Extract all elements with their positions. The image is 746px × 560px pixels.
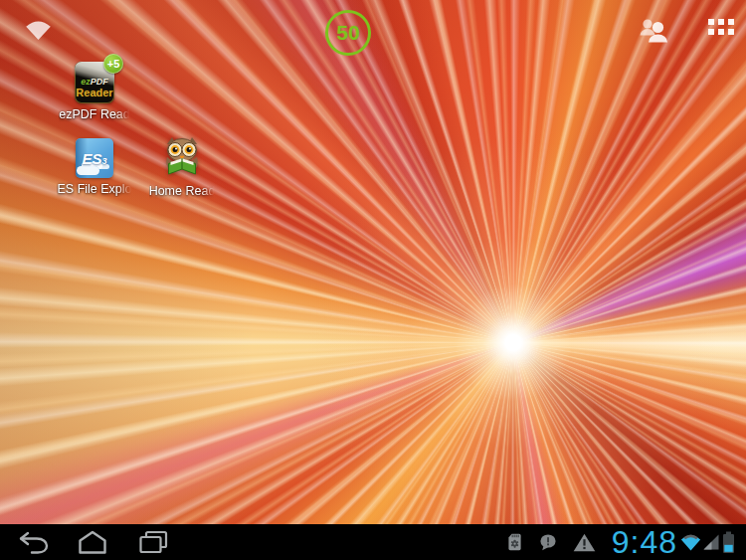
status-tray[interactable]: 9:48 bbox=[507, 524, 735, 560]
app-es-file-explorer[interactable]: ES3 ES File Explo bbox=[51, 138, 138, 197]
warning-triangle-icon[interactable] bbox=[573, 533, 596, 552]
system-bar: 9:48 bbox=[0, 524, 746, 560]
navigation-buttons bbox=[0, 524, 169, 560]
ezpdf-brand-line1: ezPDF bbox=[81, 77, 108, 87]
battery-status-icon bbox=[722, 531, 735, 554]
home-reader-app-icon[interactable] bbox=[161, 136, 203, 180]
app-label-es-file-explorer: ES File Explo bbox=[57, 182, 131, 197]
battery-level-widget[interactable]: 50 bbox=[325, 10, 371, 56]
ezpdf-reader-app-icon[interactable]: ezPDF Reader +5 bbox=[75, 62, 114, 103]
battery-level-value: 50 bbox=[336, 21, 359, 45]
app-ezpdf-reader[interactable]: ezPDF Reader +5 ezPDF Read bbox=[51, 62, 138, 122]
cell-signal-icon bbox=[702, 533, 720, 551]
cloud-decoration bbox=[77, 166, 99, 175]
owl-reading-icon bbox=[161, 136, 203, 180]
recent-apps-button[interactable] bbox=[137, 524, 169, 560]
home-button[interactable] bbox=[76, 524, 109, 560]
clock[interactable]: 9:48 bbox=[612, 524, 677, 560]
app-label-ezpdf: ezPDF Read bbox=[59, 107, 130, 122]
app-label-home-reader: Home Read bbox=[149, 184, 216, 199]
all-apps-icon[interactable] bbox=[708, 19, 734, 36]
back-button[interactable] bbox=[16, 524, 50, 560]
wifi-icon bbox=[25, 19, 52, 42]
people-icon[interactable] bbox=[638, 17, 670, 44]
android-home-screen: 50 ezPDF Reader +5 ezPDF Read ES3 ES Fil… bbox=[0, 0, 746, 560]
message-alert-icon[interactable] bbox=[539, 534, 557, 551]
es-file-explorer-app-icon[interactable]: ES3 bbox=[76, 138, 113, 178]
sd-card-settings-icon[interactable] bbox=[507, 533, 522, 551]
update-count-badge: +5 bbox=[103, 54, 123, 74]
app-home-reader[interactable]: Home Read bbox=[138, 136, 226, 199]
es-brand: ES3 bbox=[82, 150, 106, 167]
ezpdf-brand-line2: Reader bbox=[76, 87, 112, 98]
wifi-status-icon bbox=[680, 533, 701, 552]
